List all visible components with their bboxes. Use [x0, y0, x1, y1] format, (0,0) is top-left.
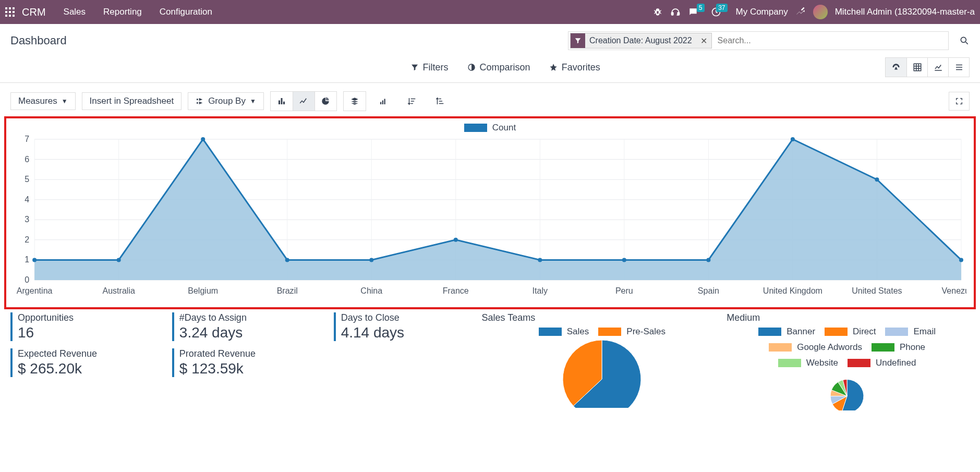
kpi-days-close[interactable]: Days to Close 4.14 days — [334, 312, 480, 341]
legend-item[interactable]: Website — [778, 358, 838, 368]
svg-text:China: China — [360, 286, 382, 295]
bar-chart-icon[interactable] — [271, 92, 293, 111]
legend-item[interactable]: Sales — [539, 326, 589, 337]
svg-rect-7 — [9, 15, 11, 17]
kpi-expected-revenue[interactable]: Expected Revenue $ 265.20k — [10, 348, 172, 377]
headset-icon[interactable] — [670, 7, 681, 17]
svg-rect-0 — [5, 7, 7, 9]
search-box[interactable]: Creation Date: August 2022 ✕ — [568, 31, 949, 50]
svg-rect-10 — [677, 13, 679, 15]
svg-rect-19 — [382, 101, 383, 105]
svg-text:Australia: Australia — [102, 286, 135, 295]
line-chart-icon[interactable] — [293, 92, 314, 111]
legend-text: Pre-Sales — [626, 326, 666, 337]
bug-icon[interactable] — [652, 7, 663, 17]
kpi-value: $ 123.59k — [179, 360, 334, 377]
kpi-label: Expected Revenue — [18, 348, 172, 359]
legend-swatch — [758, 328, 781, 336]
svg-text:7: 7 — [25, 134, 29, 143]
medium-legend: Banner Direct Email Google Adwords Phone… — [735, 326, 959, 368]
nav-reporting[interactable]: Reporting — [98, 4, 147, 20]
svg-rect-15 — [279, 101, 280, 105]
kpi-value: 4.14 days — [341, 324, 480, 341]
view-pivot-icon[interactable] — [906, 58, 927, 77]
nav-configuration[interactable]: Configuration — [154, 4, 217, 20]
groupby-button[interactable]: Group By ▼ — [188, 92, 264, 110]
view-dashboard-icon[interactable] — [886, 58, 906, 77]
svg-point-59 — [875, 177, 879, 181]
svg-text:United States: United States — [852, 286, 902, 295]
legend-item[interactable]: Google Adwords — [769, 342, 862, 353]
svg-text:1: 1 — [25, 255, 29, 264]
legend-item[interactable]: Undefined — [848, 358, 916, 368]
tools-icon[interactable] — [795, 7, 806, 17]
company-selector[interactable]: My Company — [736, 7, 788, 17]
chip-remove-icon[interactable]: ✕ — [696, 36, 711, 46]
stacked-icon[interactable] — [344, 92, 366, 111]
view-list-icon[interactable] — [948, 58, 969, 77]
fullscreen-icon[interactable] — [949, 92, 970, 111]
kpi-value: 3.24 days — [179, 324, 334, 341]
svg-point-12 — [961, 37, 966, 42]
legend-item[interactable]: Banner — [758, 326, 815, 337]
legend-swatch — [872, 343, 894, 352]
kpi-opportunities[interactable]: Opportunities 16 — [10, 312, 172, 341]
username[interactable]: Mitchell Admin (18320094-master-a — [835, 7, 975, 17]
svg-text:6: 6 — [25, 154, 29, 164]
svg-rect-20 — [384, 99, 385, 105]
app-brand[interactable]: CRM — [22, 6, 46, 18]
search-input[interactable] — [713, 36, 948, 45]
favorites-label: Favorites — [562, 62, 600, 73]
kpi-days-assign[interactable]: #Days to Assign 3.24 days — [172, 312, 334, 341]
legend-text: Website — [806, 358, 838, 368]
page-title: Dashboard — [10, 34, 67, 47]
legend-swatch — [848, 359, 870, 367]
favorites-toggle[interactable]: Favorites — [549, 62, 600, 73]
legend-swatch — [598, 328, 621, 336]
legend-item[interactable]: Email — [885, 326, 936, 337]
svg-text:5: 5 — [25, 174, 29, 184]
apps-icon[interactable] — [5, 7, 15, 17]
kpi-prorated-revenue[interactable]: Prorated Revenue $ 123.59k — [172, 348, 334, 377]
kpi-label: Days to Close — [341, 312, 480, 323]
nav-sales[interactable]: Sales — [58, 4, 91, 20]
measures-label: Measures — [18, 96, 57, 106]
svg-point-57 — [706, 258, 710, 262]
svg-rect-17 — [283, 102, 285, 104]
sort-asc-bars-icon[interactable] — [429, 92, 451, 111]
measures-button[interactable]: Measures ▼ — [10, 92, 76, 110]
legend-text: Direct — [853, 326, 876, 337]
svg-rect-4 — [9, 11, 11, 13]
avatar[interactable] — [813, 5, 828, 19]
messages-icon[interactable]: 5 — [688, 7, 698, 17]
legend-item[interactable]: Phone — [872, 342, 925, 353]
medium-pie — [818, 371, 876, 410]
sort-asc-icon[interactable] — [372, 92, 394, 111]
svg-text:2: 2 — [25, 235, 29, 244]
filters-toggle[interactable]: Filters — [410, 62, 449, 73]
legend-item[interactable]: Pre-Sales — [598, 326, 666, 337]
medium-block: Medium Banner Direct Email Google Adword… — [724, 312, 970, 410]
search-icon[interactable] — [959, 35, 970, 46]
view-graph-icon[interactable] — [927, 58, 948, 77]
activities-icon[interactable]: 37 — [711, 7, 721, 17]
kpi-label: Prorated Revenue — [179, 348, 334, 359]
sales-teams-title: Sales Teams — [480, 312, 725, 323]
svg-text:Peru: Peru — [615, 286, 633, 295]
stack-group — [343, 91, 366, 111]
svg-text:Brazil: Brazil — [277, 286, 298, 295]
header-row: Dashboard Creation Date: August 2022 ✕ — [0, 24, 980, 55]
insert-spreadsheet-button[interactable]: Insert in Spreadsheet — [82, 92, 182, 110]
sort-desc-bars-icon[interactable] — [401, 92, 422, 111]
comparison-toggle[interactable]: Comparison — [467, 62, 530, 73]
svg-rect-1 — [9, 7, 11, 9]
legend-item[interactable]: Direct — [825, 326, 876, 337]
filter-chip-label: Creation Date: August 2022 — [585, 36, 696, 45]
pie-chart-icon[interactable] — [314, 92, 336, 111]
top-nav: CRM Sales Reporting Configuration 5 37 M… — [0, 0, 980, 24]
svg-rect-9 — [671, 13, 673, 15]
svg-point-52 — [285, 258, 289, 262]
chevron-down-icon: ▼ — [250, 98, 256, 105]
svg-point-58 — [791, 137, 795, 141]
kpi-label: Opportunities — [18, 312, 172, 323]
